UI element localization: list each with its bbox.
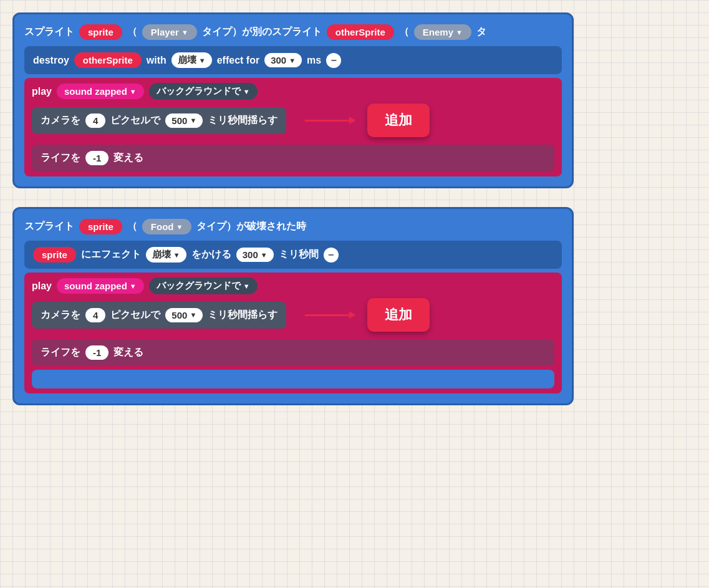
pixel-value[interactable]: 4: [85, 113, 105, 128]
block2-header: スプライト sprite （ Food ▼ タイプ）が破壊された時: [24, 219, 562, 234]
block2-play-row: play sound zapped ▼ バックグラウンドで ▼: [32, 277, 554, 294]
effect-label: effect for: [217, 55, 259, 66]
block1-prefix: スプライト: [24, 26, 74, 39]
block1-destroy-row: destroy otherSprite with 崩壊 ▼ effect for…: [24, 46, 562, 74]
block2-effect-row: sprite にエフェクト 崩壊 ▼ をかける 300 ▼ ミリ秒間 −: [24, 241, 562, 269]
chevron-down-icon: ▼: [243, 282, 250, 290]
block1-player-dropdown[interactable]: Player ▼: [142, 24, 197, 40]
block1-container: スプライト sprite （ Player ▼ タイプ）が別のスプライト oth…: [12, 12, 574, 188]
chevron-down-icon: ▼: [173, 251, 180, 259]
bg-dropdown[interactable]: バックグラウンドで ▼: [149, 83, 258, 100]
life2-label: ライフを: [41, 346, 80, 359]
block1-sprite-badge[interactable]: sprite: [79, 24, 122, 40]
chevron-down-icon: ▼: [261, 251, 268, 259]
chevron-down-icon: ▼: [181, 29, 188, 36]
camera-label: カメラを: [41, 114, 80, 127]
block2-camera-row: カメラを 4 ピクセルで 500 ▼ ミリ秒間揺らす: [32, 302, 286, 329]
sprite-badge[interactable]: sprite: [33, 247, 76, 263]
play2-label: play: [32, 281, 52, 292]
block1-type2: タ: [476, 26, 486, 39]
chevron-down-icon: ▼: [130, 282, 137, 290]
block2-container: スプライト sprite （ Food ▼ タイプ）が破壊された時 sprite…: [12, 207, 574, 405]
pixel2-label: ピクセルで: [110, 309, 160, 322]
block2-life-row: ライフを -1 変える: [32, 339, 554, 366]
arrow-connector: [305, 120, 355, 122]
arrow-connector-2: [305, 314, 355, 316]
block1-paren2: （: [399, 26, 409, 39]
arrow-line: [305, 120, 355, 122]
ms2-dropdown[interactable]: 300 ▼: [236, 248, 274, 262]
camera2-ms-dropdown[interactable]: 500 ▼: [165, 308, 203, 322]
camera2-ms-label: ミリ秒間揺らす: [208, 309, 277, 322]
camera-ms-dropdown[interactable]: 500 ▼: [165, 113, 203, 128]
chevron-down-icon: ▼: [243, 88, 250, 95]
block2-camera-row-wrapper: カメラを 4 ピクセルで 500 ▼ ミリ秒間揺らす 追加: [32, 298, 554, 332]
block2-food-dropdown[interactable]: Food ▼: [142, 219, 192, 234]
chevron-down-icon: ▼: [456, 29, 463, 36]
effect-dropdown[interactable]: 崩壊 ▼: [171, 52, 212, 68]
life-value[interactable]: -1: [85, 151, 109, 165]
block1-camera-row: カメラを 4 ピクセルで 500 ▼ ミリ秒間揺らす: [32, 107, 286, 134]
block1-play-row: play sound zapped ▼ バックグラウンドで ▼: [32, 83, 554, 100]
chevron-down-icon: ▼: [190, 117, 196, 124]
ms2-label: ミリ秒間: [279, 248, 319, 261]
life-label: ライフを: [41, 152, 80, 165]
block1-camera-row-wrapper: カメラを 4 ピクセルで 500 ▼ ミリ秒間揺らす 追加: [32, 104, 554, 137]
effect-prefix: にエフェクト: [81, 248, 141, 261]
chevron-down-icon: ▼: [199, 57, 206, 64]
arrow-line-2: [305, 314, 355, 316]
life2-value[interactable]: -1: [85, 345, 109, 360]
life-change: 変える: [113, 152, 143, 165]
block2-sprite-badge[interactable]: sprite: [79, 219, 122, 234]
block1-pink-section: play sound zapped ▼ バックグラウンドで ▼ カメラを 4 ピ…: [24, 78, 562, 176]
chevron-down-icon: ▼: [176, 223, 183, 231]
block1-type-label: タイプ）が別のスプライト: [202, 26, 322, 39]
effect2-dropdown[interactable]: 崩壊 ▼: [146, 247, 186, 263]
add-button-2[interactable]: 追加: [367, 298, 430, 332]
block2-type-label: タイプ）が破壊された時: [196, 220, 306, 233]
block2-bottom-partial: [32, 370, 554, 388]
block2-pink-section: play sound zapped ▼ バックグラウンドで ▼ カメラを 4 ピ…: [24, 272, 562, 393]
minus-button[interactable]: −: [326, 53, 341, 68]
block1-othersprite-badge[interactable]: otherSprite: [327, 24, 394, 40]
effect-suffix: をかける: [191, 248, 231, 261]
block2-prefix: スプライト: [24, 220, 74, 233]
block2-paren1: （: [127, 220, 137, 233]
other-sprite-badge[interactable]: otherSprite: [74, 52, 142, 68]
sound-dropdown[interactable]: sound zapped ▼: [57, 84, 144, 99]
chevron-down-icon: ▼: [130, 88, 137, 95]
pixel2-value[interactable]: 4: [85, 308, 105, 322]
block1-paren1: （: [127, 26, 137, 39]
minus-button-2[interactable]: −: [324, 248, 339, 263]
life2-change: 変える: [113, 346, 143, 359]
destroy-label: destroy: [33, 55, 69, 66]
add-button-1[interactable]: 追加: [367, 104, 430, 137]
pixel-label: ピクセルで: [110, 114, 160, 127]
ms-dropdown[interactable]: 300 ▼: [264, 53, 302, 67]
sound2-dropdown[interactable]: sound zapped ▼: [57, 278, 144, 294]
play-label: play: [32, 86, 52, 97]
with-label: with: [147, 55, 166, 66]
camera2-label: カメラを: [41, 309, 80, 322]
block1-enemy-dropdown[interactable]: Enemy ▼: [414, 24, 471, 40]
block1-life-row: ライフを -1 変える: [32, 145, 554, 171]
chevron-down-icon: ▼: [190, 311, 196, 319]
ms-label: ms: [307, 55, 321, 66]
block1-header: スプライト sprite （ Player ▼ タイプ）が別のスプライト oth…: [24, 24, 562, 40]
bg2-dropdown[interactable]: バックグラウンドで ▼: [149, 277, 258, 294]
camera-ms-label: ミリ秒間揺らす: [208, 114, 277, 127]
chevron-down-icon: ▼: [289, 57, 296, 64]
